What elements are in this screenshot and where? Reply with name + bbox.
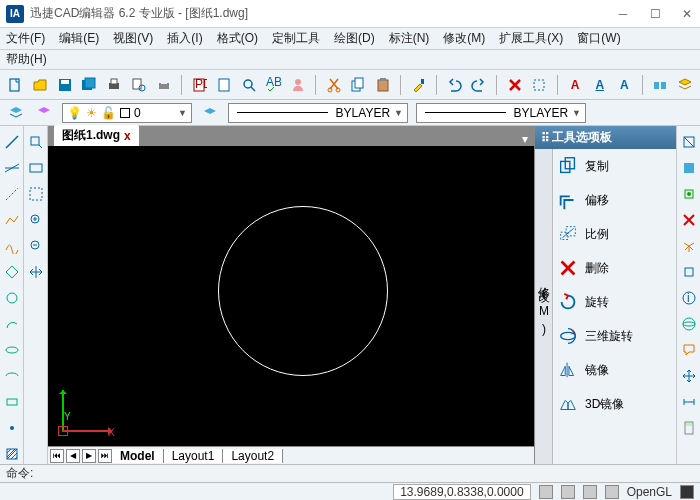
dim-icon[interactable] xyxy=(679,392,699,412)
undo-icon[interactable] xyxy=(445,75,464,95)
layout-tab-model[interactable]: Model xyxy=(112,449,164,463)
palette-item-rotate[interactable]: 旋转 xyxy=(553,285,676,319)
square-icon[interactable] xyxy=(679,262,699,282)
menu-custom[interactable]: 定制工具 xyxy=(272,30,320,47)
chevron-down-icon[interactable]: ▾ xyxy=(522,132,528,146)
matchprop-icon[interactable] xyxy=(409,75,428,95)
new-icon[interactable] xyxy=(6,75,25,95)
find-icon[interactable] xyxy=(239,75,258,95)
globe-icon[interactable] xyxy=(679,314,699,334)
command-line[interactable]: 命令: xyxy=(0,464,700,482)
menu-format[interactable]: 格式(O) xyxy=(217,30,258,47)
side-tab-modify[interactable]: 修改(M) xyxy=(535,276,552,342)
text-a3-button[interactable]: A xyxy=(615,75,634,95)
zoom-out-icon[interactable] xyxy=(26,236,46,256)
select-icon[interactable] xyxy=(530,75,549,95)
palette-item-mirror3d[interactable]: 3D镜像 xyxy=(553,387,676,421)
minimize-button[interactable]: ─ xyxy=(616,7,630,21)
maximize-button[interactable]: ☐ xyxy=(648,7,662,21)
ortho-toggle[interactable] xyxy=(583,485,597,499)
palette-header[interactable]: ⠿ 工具选项板 xyxy=(535,126,676,149)
menu-insert[interactable]: 插入(I) xyxy=(167,30,202,47)
text-a2-button[interactable]: A xyxy=(590,75,609,95)
redo-icon[interactable] xyxy=(470,75,489,95)
layout-tab-2[interactable]: Layout2 xyxy=(223,449,283,463)
export-icon[interactable] xyxy=(215,75,234,95)
zoom-in-icon[interactable] xyxy=(26,210,46,230)
layer-manager-icon[interactable] xyxy=(6,103,26,123)
palette-item-offset[interactable]: 偏移 xyxy=(553,183,676,217)
menu-modify[interactable]: 修改(M) xyxy=(443,30,485,47)
plot-icon[interactable] xyxy=(154,75,173,95)
ray-icon[interactable] xyxy=(2,184,22,204)
pdf-icon[interactable]: PDF xyxy=(190,75,209,95)
first-layout-button[interactable]: ⏮ xyxy=(50,449,64,463)
print-icon[interactable] xyxy=(105,75,124,95)
polyline-icon[interactable] xyxy=(2,210,22,230)
red-x-icon[interactable] xyxy=(679,210,699,230)
polygon-icon[interactable] xyxy=(2,262,22,282)
close-tab-icon[interactable]: x xyxy=(124,129,131,143)
model-space[interactable]: Y X xyxy=(48,146,534,446)
close-button[interactable]: ✕ xyxy=(680,7,694,21)
doc-tab[interactable]: 图纸1.dwg x xyxy=(54,125,139,146)
paste-icon[interactable] xyxy=(374,75,393,95)
menu-file[interactable]: 文件(F) xyxy=(6,30,45,47)
xline-icon[interactable] xyxy=(2,158,22,178)
polar-toggle[interactable] xyxy=(605,485,619,499)
delete-x-icon[interactable] xyxy=(505,75,524,95)
move-icon[interactable] xyxy=(679,366,699,386)
prev-layout-button[interactable]: ◀ xyxy=(66,449,80,463)
layer-prev-icon[interactable] xyxy=(200,103,220,123)
menu-draw[interactable]: 绘图(D) xyxy=(334,30,375,47)
chat-icon[interactable] xyxy=(679,340,699,360)
info-icon[interactable]: i xyxy=(679,288,699,308)
menu-view[interactable]: 视图(V) xyxy=(113,30,153,47)
print-preview-icon[interactable] xyxy=(130,75,149,95)
palette-item-copy[interactable]: 复制 xyxy=(553,149,676,183)
line-icon[interactable] xyxy=(2,132,22,152)
ellipse-icon[interactable] xyxy=(2,340,22,360)
open-icon[interactable] xyxy=(31,75,50,95)
zoom-realtime-icon[interactable] xyxy=(26,184,46,204)
menu-help[interactable]: 帮助(H) xyxy=(6,51,47,68)
insert-icon[interactable] xyxy=(679,184,699,204)
circle-icon[interactable] xyxy=(2,288,22,308)
zoom-extents-icon[interactable] xyxy=(26,158,46,178)
ref-icon[interactable] xyxy=(679,132,699,152)
point-icon[interactable] xyxy=(2,418,22,438)
palette-item-delete[interactable]: 删除 xyxy=(553,251,676,285)
batch-icon[interactable] xyxy=(651,75,670,95)
spell-icon[interactable]: ABC xyxy=(264,75,283,95)
menu-edit[interactable]: 编辑(E) xyxy=(59,30,99,47)
copy-icon[interactable] xyxy=(349,75,368,95)
palette-item-scale[interactable]: 比例 xyxy=(553,217,676,251)
last-layout-button[interactable]: ⏭ xyxy=(98,449,112,463)
explode-icon[interactable] xyxy=(679,236,699,256)
saveall-icon[interactable] xyxy=(80,75,99,95)
palette-item-rotate3d[interactable]: 三维旋转 xyxy=(553,319,676,353)
spline-icon[interactable] xyxy=(2,236,22,256)
layer-combo[interactable]: 💡 ☀ 🔓 0 ▼ xyxy=(62,103,192,123)
menu-dim[interactable]: 标注(N) xyxy=(389,30,430,47)
calc-icon[interactable] xyxy=(679,418,699,438)
block-icon[interactable] xyxy=(679,158,699,178)
linetype-combo[interactable]: BYLAYER ▼ xyxy=(228,103,408,123)
menu-window[interactable]: 窗口(W) xyxy=(577,30,620,47)
layer-state-icon[interactable] xyxy=(34,103,54,123)
text-a1-button[interactable]: A xyxy=(566,75,585,95)
next-layout-button[interactable]: ▶ xyxy=(82,449,96,463)
ellipse-arc-icon[interactable] xyxy=(2,366,22,386)
hatch-icon[interactable] xyxy=(2,444,22,464)
snap-toggle[interactable] xyxy=(539,485,553,499)
person-icon[interactable] xyxy=(289,75,308,95)
lineweight-combo[interactable]: BYLAYER ▼ xyxy=(416,103,586,123)
arc-icon[interactable] xyxy=(2,314,22,334)
palette-item-mirror[interactable]: 镜像 xyxy=(553,353,676,387)
save-icon[interactable] xyxy=(55,75,74,95)
menu-ext[interactable]: 扩展工具(X) xyxy=(499,30,563,47)
cut-icon[interactable] xyxy=(324,75,343,95)
layer-icon[interactable] xyxy=(675,75,694,95)
pan-icon[interactable] xyxy=(26,262,46,282)
grid-toggle[interactable] xyxy=(561,485,575,499)
